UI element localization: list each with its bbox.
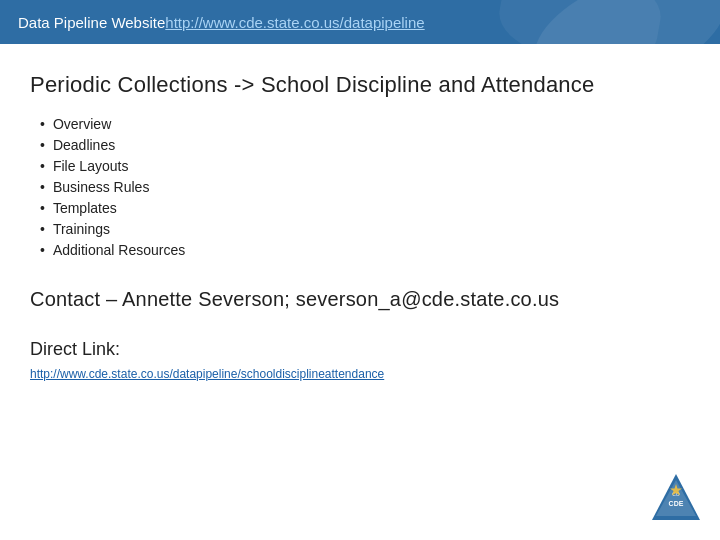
list-item: Overview — [40, 116, 690, 132]
contact-section: Contact – Annette Severson; severson_a@c… — [30, 288, 690, 311]
list-item: Additional Resources — [40, 242, 690, 258]
main-content: Periodic Collections -> School Disciplin… — [0, 44, 720, 412]
contact-text: Contact – Annette Severson; severson_a@c… — [30, 288, 690, 311]
list-item-text: Templates — [53, 200, 117, 216]
list-item: Deadlines — [40, 137, 690, 153]
list-item-text: File Layouts — [53, 158, 128, 174]
list-item-text: Additional Resources — [53, 242, 185, 258]
list-item: Business Rules — [40, 179, 690, 195]
list-item-text: Trainings — [53, 221, 110, 237]
svg-text:CDE: CDE — [669, 500, 684, 507]
header-link[interactable]: http://www.cde.state.co.us/datapipeline — [165, 14, 424, 31]
list-item-text: Overview — [53, 116, 111, 132]
header-prefix: Data Pipeline Website — [18, 14, 165, 31]
direct-link-url[interactable]: http://www.cde.state.co.us/datapipeline/… — [30, 367, 384, 381]
direct-link-section: Direct Link: http://www.cde.state.co.us/… — [30, 339, 690, 382]
list-item: Templates — [40, 200, 690, 216]
list-item: Trainings — [40, 221, 690, 237]
bullet-list: Overview Deadlines File Layouts Business… — [30, 116, 690, 258]
cde-logo: CDE CO — [650, 472, 702, 524]
section-title: Periodic Collections -> School Disciplin… — [30, 72, 690, 98]
header-bar: Data Pipeline Website http://www.cde.sta… — [0, 0, 720, 44]
direct-link-label: Direct Link: — [30, 339, 690, 360]
list-item-text: Deadlines — [53, 137, 115, 153]
list-item: File Layouts — [40, 158, 690, 174]
list-item-text: Business Rules — [53, 179, 150, 195]
